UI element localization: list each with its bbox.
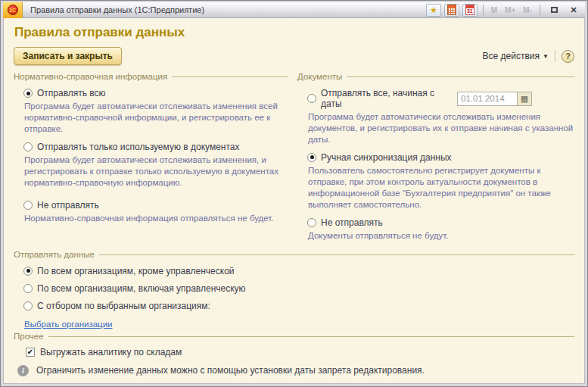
- chevron-down-icon: ▼: [543, 53, 549, 60]
- calculator-button[interactable]: [444, 4, 459, 17]
- titlebar: 1С Правила отправки данных (1С:Предприят…: [3, 2, 585, 18]
- docs-send-from-date-description: Программа будет автоматически отслеживат…: [308, 111, 574, 145]
- app-window: 1С Правила отправки данных (1С:Предприят…: [0, 0, 588, 387]
- all-actions-button[interactable]: Все действия ▼: [483, 51, 549, 61]
- radio-label: Не отправлять: [37, 200, 99, 211]
- group-nsi: Нормативно-справочная информация Отправл…: [14, 70, 288, 248]
- star-icon: ★: [430, 6, 437, 14]
- radio-icon: [23, 301, 33, 311]
- group-other: Прочее ✔ Выгружать аналитику по складам …: [14, 332, 574, 385]
- radio-docs-send-from-date[interactable]: Отправлять все, начиная с даты ▦: [307, 88, 574, 109]
- group-header-line: [172, 76, 288, 77]
- help-button[interactable]: ?: [562, 50, 574, 63]
- nsi-send-used-description: Программа будет автоматически отслеживат…: [24, 154, 288, 189]
- group-header-line: [347, 76, 574, 77]
- group-header-line: [48, 336, 574, 337]
- radio-icon: [23, 267, 33, 276]
- radio-label: По всем организациям, включая управленче…: [37, 283, 246, 294]
- radio-icon: [307, 153, 316, 162]
- group-nsi-header: Нормативно-справочная информация: [14, 72, 288, 81]
- radio-label: Отправлять все, начиная с даты: [321, 88, 453, 109]
- radio-label: Ручная синхронизация данных: [321, 152, 452, 163]
- radio-label: Не отправлять: [321, 217, 383, 228]
- group-documents-header: Документы: [297, 72, 574, 81]
- checkbox-icon: ✔: [26, 348, 35, 357]
- nsi-send-all-description: Программа будет автоматически отслеживат…: [24, 101, 288, 135]
- group-documents: Документы Отправлять все, начиная с даты…: [297, 70, 574, 248]
- radio-label: По всем организациям, кроме управленческ…: [37, 266, 235, 276]
- checkbox-label: Выгружать аналитику по складам: [40, 347, 182, 357]
- radio-label: Отправлять всю: [37, 88, 106, 98]
- memory-m-plus-button[interactable]: M+: [502, 6, 518, 14]
- save-and-close-button[interactable]: Записать и закрыть: [14, 47, 122, 65]
- maximize-icon: [551, 7, 558, 13]
- radio-icon: [307, 94, 316, 103]
- command-bar: Записать и закрыть Все действия ▼ ?: [14, 47, 574, 65]
- date-field-group: ▦: [457, 92, 532, 106]
- info-text: Ограничить изменение данных можно с помо…: [36, 365, 425, 376]
- group-nsi-title: Нормативно-справочная информация: [14, 72, 172, 81]
- calendar-icon: 31: [465, 5, 474, 15]
- radio-docs-no-send[interactable]: Не отправлять: [307, 217, 574, 228]
- nsi-no-send-description: Нормативно-справочная информация отправл…: [24, 213, 288, 224]
- group-header-line: [99, 254, 574, 255]
- info-icon: i: [17, 365, 29, 376]
- start-date-input[interactable]: [457, 92, 518, 106]
- close-button[interactable]: ✕: [565, 4, 582, 17]
- form-content: Правила отправки данных Записать и закры…: [3, 18, 585, 384]
- radio-icon: [23, 284, 33, 293]
- docs-manual-sync-description: Пользователь самостоятельно регистрирует…: [308, 165, 574, 211]
- titlebar-separator: [540, 5, 540, 15]
- top-columns: Нормативно-справочная информация Отправл…: [14, 70, 574, 248]
- all-actions-label: Все действия: [483, 51, 540, 61]
- radio-label: С отбором по выбранным организациям:: [37, 301, 210, 311]
- radio-all-orgs-including-management[interactable]: По всем организациям, включая управленче…: [23, 283, 574, 294]
- calendar-grid-icon: ▦: [521, 95, 528, 103]
- radio-nsi-send-used[interactable]: Отправлять только используемую в докумен…: [23, 142, 288, 152]
- checkbox-export-warehouse-analytics[interactable]: ✔ Выгружать аналитику по складам: [26, 347, 574, 357]
- calculator-icon: [447, 5, 456, 15]
- radio-label: Отправлять только используемую в докумен…: [37, 142, 240, 152]
- group-send-data: Отправлять данные По всем организациям, …: [14, 250, 574, 330]
- radio-nsi-no-send[interactable]: Не отправлять: [23, 200, 288, 211]
- group-other-header: Прочее: [14, 332, 574, 341]
- docs-no-send-description: Документы отправляться не будут.: [308, 230, 574, 242]
- maximize-button[interactable]: [546, 4, 562, 17]
- page-title: Правила отправки данных: [14, 25, 574, 40]
- group-documents-title: Документы: [297, 72, 347, 81]
- radio-selected-orgs[interactable]: С отбором по выбранным организациям:: [23, 301, 574, 311]
- memory-m-button[interactable]: M: [489, 6, 499, 14]
- app-logo: 1С: [3, 2, 23, 18]
- radio-docs-manual-sync[interactable]: Ручная синхронизация данных: [307, 152, 574, 163]
- window-title: Правила отправки данных (1С:Предприятие): [30, 5, 204, 14]
- radio-icon: [23, 142, 33, 151]
- calendar-button[interactable]: 31: [462, 4, 478, 17]
- favorites-button[interactable]: ★: [426, 4, 441, 17]
- command-bar-separator: [555, 50, 555, 62]
- radio-all-orgs-except-management[interactable]: По всем организациям, кроме управленческ…: [23, 266, 574, 276]
- select-organizations-link[interactable]: Выбрать организации: [24, 320, 113, 329]
- 1c-logo-icon: 1С: [8, 5, 18, 15]
- radio-icon: [23, 89, 33, 98]
- radio-nsi-send-all[interactable]: Отправлять всю: [23, 88, 288, 98]
- titlebar-separator: [483, 5, 484, 15]
- titlebar-controls: ★ 31 M M+ M- ✕: [426, 4, 585, 17]
- group-send-data-header: Отправлять данные: [14, 250, 574, 259]
- radio-icon: [23, 201, 33, 210]
- radio-icon: [307, 218, 316, 227]
- group-other-title: Прочее: [14, 332, 48, 341]
- info-row: i Ограничить изменение данных можно с по…: [17, 365, 574, 376]
- date-picker-button[interactable]: ▦: [518, 92, 532, 106]
- group-send-data-title: Отправлять данные: [14, 250, 99, 259]
- memory-m-minus-button[interactable]: M-: [521, 6, 534, 14]
